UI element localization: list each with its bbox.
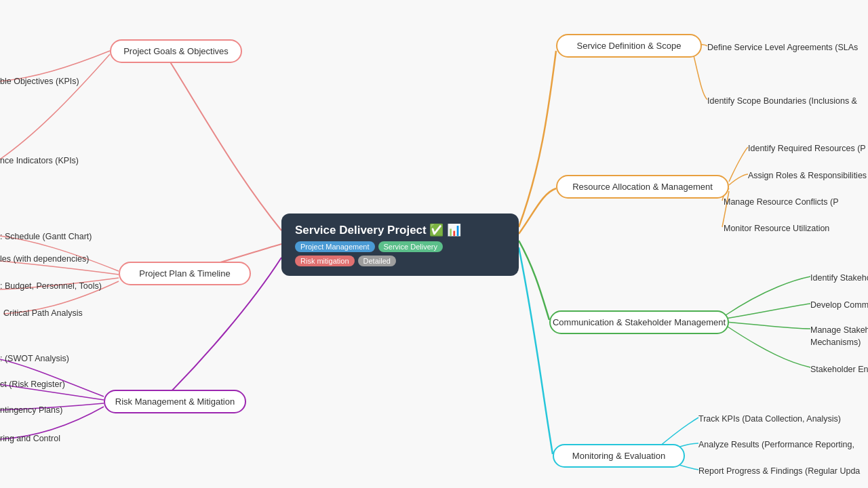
center-tags: Project Management Service Delivery Risk…	[295, 241, 505, 266]
leaf-scope: Identify Scope Boundaries (Inclusions &	[707, 96, 857, 106]
leaf-stakeholders: Identify Stakeholders	[810, 273, 868, 283]
leaf-kpi1: ble Objectives (KPIs)	[0, 77, 79, 86]
node-monitor-eval[interactable]: Monitoring & Evaluation	[553, 444, 685, 468]
leaf-mechanisms: Mechanisms)	[810, 338, 861, 347]
leaf-req-res: Identify Required Resources (P	[748, 144, 866, 153]
leaf-track-kpi: Track KPIs (Data Collection, Analysis)	[698, 414, 841, 424]
leaf-swot: : (SWOT Analysis)	[0, 354, 69, 363]
leaf-report: Report Progress & Findings (Regular Upda	[698, 466, 860, 476]
leaf-budget: : Budget, Personnel, Tools)	[0, 281, 102, 291]
center-icon1: ✅	[429, 224, 443, 237]
node-resource[interactable]: Resource Allocation & Management	[556, 175, 729, 199]
node-risk[interactable]: Risk Management & Mitigation	[104, 390, 246, 413]
node-comm[interactable]: Communication & Stakeholder Management	[549, 310, 729, 334]
leaf-monitor-control: ring and Control	[0, 434, 60, 443]
leaf-sla: Define Service Level Agreements (SLAs	[707, 43, 858, 52]
tag-detailed[interactable]: Detailed	[358, 256, 396, 266]
leaf-comms-dev: Develop Communica	[810, 300, 868, 310]
node-goals[interactable]: Project Goals & Objectives	[110, 39, 242, 63]
leaf-register: ct (Risk Register)	[0, 380, 65, 389]
leaf-manage-stake: Manage Stakeholder	[810, 325, 868, 335]
leaf-util: Monitor Resource Utilization	[724, 224, 829, 233]
tag-project-management[interactable]: Project Management	[295, 241, 375, 252]
leaf-conflicts: Manage Resource Conflicts (P	[724, 197, 839, 207]
tag-risk-mitigation[interactable]: Risk mitigation	[295, 256, 355, 266]
leaf-roles: Assign Roles & Responsibilities	[748, 171, 867, 180]
leaf-critical: Critical Path Analysis	[3, 308, 83, 318]
leaf-contingency: ntingency Plans)	[0, 405, 62, 415]
node-plan[interactable]: Project Plan & Timeline	[119, 262, 251, 285]
leaf-engage: Stakeholder Engage	[810, 365, 868, 374]
leaf-kpi2: nce Indicators (KPIs)	[0, 156, 79, 165]
center-title: Service Delivery Project ✅ 📊	[295, 223, 505, 237]
node-service-def[interactable]: Service Definition & Scope	[556, 34, 702, 58]
center-icon2: 📊	[447, 224, 461, 237]
leaf-schedule: : Schedule (Gantt Chart)	[0, 232, 92, 241]
tag-service-delivery[interactable]: Service Delivery	[378, 241, 443, 252]
center-node[interactable]: Service Delivery Project ✅ 📊 Project Man…	[281, 214, 519, 276]
leaf-deps: les (with dependencies)	[0, 254, 89, 264]
leaf-analyze: Analyze Results (Performance Reporting,	[698, 440, 854, 449]
center-title-text: Service Delivery Project	[295, 224, 427, 237]
